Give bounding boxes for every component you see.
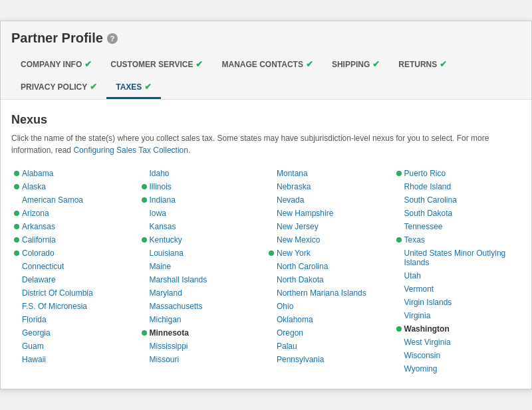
state-link[interactable]: Maryland — [150, 288, 182, 298]
active-dot — [142, 197, 147, 203]
list-item: Wisconsin — [394, 349, 521, 362]
state-link[interactable]: Kentucky — [150, 235, 182, 245]
state-link[interactable]: Missouri — [150, 355, 180, 364]
state-link[interactable]: Arkansas — [22, 222, 55, 231]
list-item: Montana — [266, 167, 394, 180]
state-link[interactable]: United States Minor Outlying Islands — [404, 249, 519, 267]
active-dot — [396, 326, 402, 332]
list-item: Louisiana — [139, 247, 267, 260]
help-icon[interactable]: ? — [107, 33, 118, 44]
state-link[interactable]: Colorado — [22, 249, 55, 258]
state-link[interactable]: Oklahoma — [277, 315, 313, 324]
state-link[interactable]: New Jersey — [277, 222, 319, 231]
state-link[interactable]: California — [22, 235, 56, 245]
state-link[interactable]: Pennsylvania — [277, 355, 324, 364]
state-link[interactable]: New Mexico — [277, 235, 320, 245]
state-link[interactable]: Utah — [404, 271, 421, 280]
list-item: Mississippi — [139, 340, 267, 353]
state-link[interactable]: Oregon — [277, 328, 303, 338]
tab-company-info[interactable]: COMPANY INFO✔ — [11, 54, 101, 76]
state-link[interactable]: Illinois — [150, 182, 172, 191]
list-item: Washington — [394, 322, 521, 336]
state-link[interactable]: Maine — [150, 262, 172, 271]
state-link[interactable]: North Carolina — [277, 262, 328, 271]
active-dot — [14, 211, 19, 216]
tab-label: CUSTOMER SERVICE — [110, 60, 193, 69]
list-item: Indiana — [139, 193, 267, 207]
list-item: Ohio — [266, 300, 394, 313]
state-link[interactable]: Virginia — [404, 311, 431, 320]
list-item: Marshall Islands — [139, 273, 267, 286]
state-link[interactable]: Puerto Rico — [404, 169, 446, 178]
state-link[interactable]: Iowa — [150, 209, 166, 218]
state-link[interactable]: Minnesota — [150, 328, 189, 338]
state-link[interactable]: Wisconsin — [404, 351, 441, 360]
config-link[interactable]: Configuring Sales Tax Collection. — [73, 146, 190, 155]
state-link[interactable]: American Samoa — [22, 195, 83, 205]
tab-returns[interactable]: RETURNS✔ — [389, 54, 456, 76]
check-icon: ✔ — [144, 82, 152, 92]
list-item: Kentucky — [139, 233, 267, 247]
list-item: Colorado — [11, 247, 139, 260]
state-link[interactable]: Massachusetts — [150, 302, 203, 311]
app-window: Partner Profile ? COMPANY INFO✔CUSTOMER … — [0, 21, 532, 389]
state-link[interactable]: District Of Columbia — [22, 288, 93, 298]
list-item: Vermont — [394, 282, 521, 296]
state-link[interactable]: Delaware — [22, 275, 56, 284]
active-dot — [14, 251, 19, 256]
list-item: Northern Mariana Islands — [266, 286, 394, 300]
state-link[interactable]: Nevada — [277, 195, 304, 205]
list-item: Missouri — [139, 353, 267, 366]
tab-bar: COMPANY INFO✔CUSTOMER SERVICE✔MANAGE CON… — [11, 54, 521, 99]
state-link[interactable]: Ohio — [277, 302, 293, 311]
state-link[interactable]: Northern Mariana Islands — [277, 288, 366, 298]
state-link[interactable]: New York — [277, 249, 311, 258]
state-link[interactable]: Mississippi — [150, 342, 188, 351]
state-link[interactable]: Washington — [404, 324, 450, 334]
state-link[interactable]: Vermont — [404, 284, 434, 294]
list-item: North Carolina — [266, 260, 394, 273]
state-link[interactable]: West Virginia — [404, 338, 451, 347]
state-link[interactable]: Alabama — [22, 169, 53, 178]
state-link[interactable]: Texas — [404, 235, 425, 245]
state-link[interactable]: Connecticut — [22, 262, 64, 271]
state-link[interactable]: Palau — [277, 342, 297, 351]
state-link[interactable]: Rhode Island — [404, 182, 452, 191]
active-dot — [142, 184, 147, 189]
tab-manage-contacts[interactable]: MANAGE CONTACTS✔ — [212, 54, 322, 76]
state-link[interactable]: Alaska — [22, 182, 46, 191]
state-link[interactable]: Indiana — [150, 195, 176, 205]
state-link[interactable]: Kansas — [150, 222, 176, 231]
list-item: Palau — [266, 340, 394, 353]
state-link[interactable]: Guam — [22, 342, 44, 351]
state-link[interactable]: Virgin Islands — [404, 298, 452, 307]
state-link[interactable]: North Dakota — [277, 275, 324, 284]
tab-taxes[interactable]: TAXES✔ — [106, 76, 161, 99]
tab-privacy-policy[interactable]: PRIVACY POLICY✔ — [11, 76, 106, 99]
state-link[interactable]: Wyoming — [404, 364, 438, 373]
state-link[interactable]: Georgia — [22, 328, 51, 338]
check-icon: ✔ — [90, 82, 97, 92]
state-link[interactable]: Nebraska — [277, 182, 311, 191]
state-link[interactable]: Montana — [277, 169, 308, 178]
check-icon: ✔ — [372, 59, 380, 69]
state-link[interactable]: F.S. Of Micronesia — [22, 302, 87, 311]
state-link[interactable]: Florida — [22, 315, 47, 324]
state-link[interactable]: South Carolina — [404, 195, 457, 205]
state-link[interactable]: South Dakota — [404, 209, 453, 218]
tab-shipping[interactable]: SHIPPING✔ — [323, 54, 389, 76]
state-link[interactable]: Tennessee — [404, 222, 443, 231]
list-item: Arkansas — [11, 220, 139, 233]
state-link[interactable]: Arizona — [22, 209, 49, 218]
tab-label: SHIPPING — [332, 60, 370, 69]
state-link[interactable]: Louisiana — [150, 249, 184, 258]
state-link[interactable]: Michigan — [150, 315, 182, 324]
title-text: Partner Profile — [11, 31, 103, 46]
state-link[interactable]: Hawaii — [22, 355, 46, 364]
state-link[interactable]: Idaho — [150, 169, 170, 178]
list-item: Texas — [394, 233, 521, 247]
state-link[interactable]: Marshall Islands — [150, 275, 207, 284]
tab-customer-service[interactable]: CUSTOMER SERVICE✔ — [101, 54, 212, 76]
list-item: Kansas — [139, 220, 267, 233]
state-link[interactable]: New Hampshire — [277, 209, 333, 218]
